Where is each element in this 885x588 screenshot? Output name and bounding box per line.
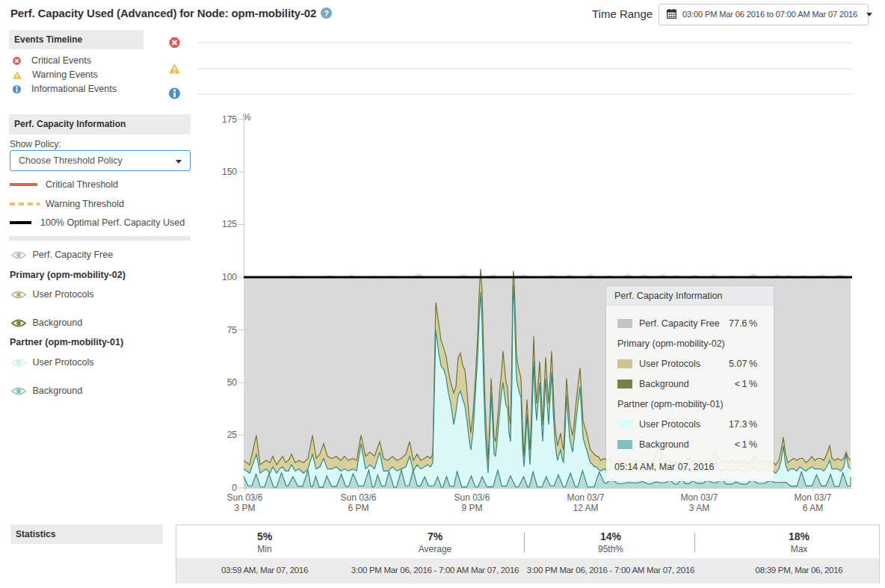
svg-text:12 AM: 12 AM (573, 503, 598, 513)
svg-text:3 PM: 3 PM (234, 503, 255, 513)
svg-text:75: 75 (227, 325, 238, 335)
svg-text:0: 0 (232, 483, 237, 493)
svg-text:150: 150 (222, 167, 237, 177)
svg-text:?: ? (324, 9, 329, 18)
svg-text:Mon 03/7: Mon 03/7 (794, 492, 831, 503)
svg-text:6 PM: 6 PM (348, 503, 369, 513)
svg-text:175: 175 (222, 114, 237, 125)
svg-text:100: 100 (222, 272, 237, 282)
svg-text:25: 25 (227, 430, 238, 440)
svg-text:Sun 03/6: Sun 03/6 (226, 492, 262, 503)
svg-text:Sun 03/6: Sun 03/6 (340, 492, 376, 503)
svg-text:9 PM: 9 PM (461, 503, 482, 513)
svg-text:125: 125 (222, 219, 237, 229)
svg-text:Mon 03/7: Mon 03/7 (680, 492, 718, 503)
svg-text:3 AM: 3 AM (689, 503, 709, 513)
svg-text:50: 50 (227, 377, 238, 388)
svg-text:Sun 03/6: Sun 03/6 (454, 492, 490, 503)
svg-text:Mon 03/7: Mon 03/7 (567, 492, 604, 503)
svg-text:6 AM: 6 AM (803, 503, 823, 513)
